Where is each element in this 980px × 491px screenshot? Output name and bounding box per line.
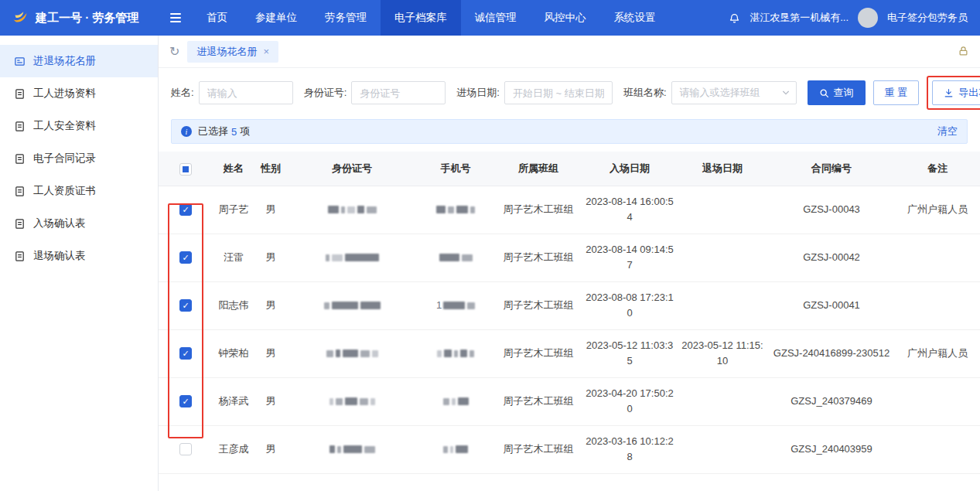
tab-roster[interactable]: 进退场花名册 × xyxy=(187,41,278,63)
sidebar-item-econtract[interactable]: 电子合同记录 xyxy=(0,142,158,175)
cell-entry-date: 2023-08-08 17:23:10 xyxy=(582,281,677,329)
user-role[interactable]: 电子签分包劳务员 xyxy=(887,11,968,25)
cell-team: 周子艺木工班组 xyxy=(494,377,582,425)
sidebar-item-certificates[interactable]: 工人资质证书 xyxy=(0,175,158,207)
cell-exit-date: 2023-05-12 11:15:10 xyxy=(677,329,768,377)
cell-exit-date xyxy=(677,377,768,425)
cell-remark xyxy=(895,281,980,329)
clear-selection-link[interactable]: 清空 xyxy=(937,124,958,138)
export-button-label: 导出花名册 xyxy=(958,86,980,100)
roster-table-wrap: 姓名 性别 身份证号 手机号 所属班组 入场日期 退场日期 合同编号 备注 xyxy=(159,152,980,491)
row-checkbox[interactable] xyxy=(179,203,192,216)
user-avatar[interactable] xyxy=(858,8,878,28)
collapse-menu-icon[interactable] xyxy=(159,13,193,22)
cell-gender: 男 xyxy=(254,234,287,281)
search-button-label: 查询 xyxy=(834,86,854,100)
sidebar-item-exit-confirm[interactable]: 退场确认表 xyxy=(0,240,158,272)
cell-id-redacted xyxy=(287,234,417,281)
sidebar-item-entry-docs[interactable]: 工人进场资料 xyxy=(0,77,158,110)
cell-contract: GZSJ_240379469 xyxy=(768,377,895,425)
header-entry-date: 入场日期 xyxy=(582,152,677,186)
cell-team: 周子艺木工班组 xyxy=(494,329,582,377)
company-name[interactable]: 湛江农垦第一机械有... xyxy=(750,11,849,25)
sidebar-item-entry-confirm[interactable]: 入场确认表 xyxy=(0,207,158,240)
row-checkbox[interactable] xyxy=(179,395,192,407)
cell-name: 王彦成 xyxy=(213,425,254,473)
main-content: ↻ 进退场花名册 × 姓名: 身份证号: xyxy=(159,36,980,491)
table-row[interactable]: 汪雷 男 周子艺木工班组 2023-08-14 09:14:57 GZSJ-00… xyxy=(159,234,980,281)
cell-phone-redacted xyxy=(417,377,494,425)
cell-gender: 男 xyxy=(254,377,287,425)
sidebar-item-label: 进退场花名册 xyxy=(33,54,96,68)
menu-item-credit[interactable]: 诚信管理 xyxy=(461,0,531,36)
selection-count: 5 xyxy=(231,126,237,138)
sidebar-item-label: 退场确认表 xyxy=(33,249,86,263)
cell-phone-redacted xyxy=(417,329,494,377)
cell-contract: GZSJ-00043 xyxy=(768,186,895,234)
cell-id-redacted xyxy=(287,425,417,473)
menu-item-earchive[interactable]: 电子档案库 xyxy=(381,0,461,36)
cell-id-redacted xyxy=(287,329,417,377)
cell-exit-date xyxy=(677,186,768,234)
row-checkbox[interactable] xyxy=(179,443,192,455)
team-select[interactable]: 请输入或选择班组 xyxy=(671,81,797,104)
name-input[interactable] xyxy=(199,81,293,104)
menu-item-settings[interactable]: 系统设置 xyxy=(600,0,670,36)
row-checkbox[interactable] xyxy=(179,299,192,312)
tab-close-icon[interactable]: × xyxy=(263,46,269,57)
header-team: 所属班组 xyxy=(494,152,582,186)
tab-label: 进退场花名册 xyxy=(196,45,257,59)
reset-button[interactable]: 重 置 xyxy=(873,80,920,105)
filter-entry-date: 进场日期: xyxy=(456,81,613,104)
sidebar-item-roster[interactable]: 进退场花名册 xyxy=(0,45,158,77)
menu-item-home[interactable]: 首页 xyxy=(193,0,241,36)
chevron-down-icon xyxy=(782,89,790,97)
cell-contract: GZSJ-00042 xyxy=(768,234,895,281)
cell-gender: 男 xyxy=(254,425,287,473)
cell-phone-redacted: 1 xyxy=(417,281,494,329)
doc-icon xyxy=(14,251,26,262)
name-label: 姓名: xyxy=(171,86,194,100)
roster-table: 姓名 性别 身份证号 手机号 所属班组 入场日期 退场日期 合同编号 备注 xyxy=(159,152,980,474)
cell-entry-date: 2023-04-20 17:50:20 xyxy=(582,377,677,425)
download-icon xyxy=(944,88,954,98)
filter-id: 身份证号: xyxy=(304,81,446,104)
cell-phone-redacted xyxy=(417,186,494,234)
id-input[interactable] xyxy=(351,81,446,104)
refresh-icon[interactable]: ↻ xyxy=(169,46,179,58)
entry-date-range-input[interactable] xyxy=(504,81,613,104)
cell-exit-date xyxy=(677,234,768,281)
doc-icon xyxy=(14,153,26,165)
row-checkbox[interactable] xyxy=(179,251,192,264)
export-roster-button[interactable]: 导出花名册 xyxy=(932,80,980,105)
cell-entry-date: 2023-08-14 16:00:54 xyxy=(582,186,677,234)
menu-item-labor[interactable]: 劳务管理 xyxy=(311,0,381,36)
doc-icon xyxy=(14,88,26,100)
lock-icon[interactable] xyxy=(958,46,969,57)
info-icon: i xyxy=(181,126,192,137)
table-row[interactable]: 王彦成 男 周子艺木工班组 2023-03-16 10:12:28 GZSJ_2… xyxy=(159,425,980,473)
filter-bar: 姓名: 身份证号: 进场日期: 班组名称: 请输入或选择班组 xyxy=(159,68,980,118)
table-row[interactable]: 杨泽武 男 周子艺木工班组 2023-04-20 17:50:20 GZSJ_2… xyxy=(159,377,980,425)
header-id: 身份证号 xyxy=(287,152,417,186)
select-all-checkbox[interactable] xyxy=(179,163,192,176)
table-row[interactable]: 阳志伟 男 1 周子艺木工班组 2023-08-08 17:23:10 GZSJ… xyxy=(159,281,980,329)
filter-team: 班组名称: 请输入或选择班组 xyxy=(623,81,797,104)
cell-entry-date: 2023-03-16 10:12:28 xyxy=(582,425,677,473)
table-row[interactable]: 钟荣柏 男 周子艺木工班组 2023-05-12 11:03:35 2023-0… xyxy=(159,329,980,377)
sidebar-item-label: 工人安全资料 xyxy=(33,119,96,133)
sidebar-item-safety-docs[interactable]: 工人安全资料 xyxy=(0,110,158,142)
table-row[interactable]: 周子艺 男 周子艺木工班组 2023-08-14 16:00:54 GZSJ-0… xyxy=(159,186,980,234)
menu-item-units[interactable]: 参建单位 xyxy=(241,0,311,36)
header-name: 姓名 xyxy=(213,152,254,186)
notification-bell-icon[interactable] xyxy=(729,12,740,24)
cell-team: 周子艺木工班组 xyxy=(494,234,582,281)
search-button[interactable]: 查询 xyxy=(808,80,866,105)
cell-remark xyxy=(895,425,980,473)
menu-item-risk[interactable]: 风控中心 xyxy=(531,0,600,36)
doc-icon xyxy=(14,186,26,197)
header-gender: 性别 xyxy=(254,152,287,186)
row-checkbox[interactable] xyxy=(179,347,192,360)
top-navbar: 建工一号 · 劳务管理 首页 参建单位 劳务管理 电子档案库 诚信管理 风控中心… xyxy=(0,0,980,36)
cell-contract: GZSJ-00041 xyxy=(768,281,895,329)
